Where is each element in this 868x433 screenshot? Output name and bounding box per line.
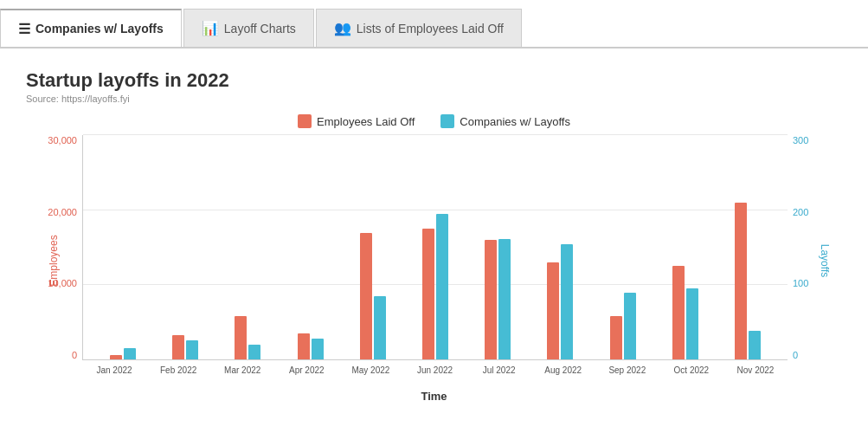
bar-employees-5: [422, 229, 434, 359]
bar-companies-0: [124, 348, 136, 359]
chart-source: Source: https://layoffs.fyi: [26, 94, 842, 104]
bar-employees-0: [110, 355, 122, 359]
bar-companies-5: [436, 214, 448, 359]
bar-employees-8: [610, 316, 622, 359]
y-left-3: 30,000: [48, 135, 77, 145]
y-left-0: 0: [72, 350, 77, 360]
y-right-3: 300: [793, 135, 808, 145]
legend-employees: Employees Laid Off: [298, 114, 415, 128]
bar-companies-4: [374, 296, 386, 359]
tab-charts-label: Layoff Charts: [224, 22, 296, 36]
legend-employees-label: Employees Laid Off: [317, 115, 415, 128]
table-icon: ☰: [18, 21, 30, 37]
y-left-2: 20,000: [48, 207, 77, 217]
tab-charts[interactable]: 📊 Layoff Charts: [183, 9, 314, 47]
tab-companies[interactable]: ☰ Companies w/ Layoffs: [0, 9, 182, 47]
x-label-6: Jul 2022: [467, 362, 531, 386]
x-labels: Jan 2022Feb 2022Mar 2022Apr 2022May 2022…: [82, 362, 788, 386]
y-right-0: 0: [793, 350, 798, 360]
month-group-4: [342, 233, 404, 359]
app-container: ☰ Companies w/ Layoffs 📊 Layoff Charts 👥…: [0, 0, 868, 433]
chart-inner: [82, 135, 788, 360]
tab-list-label: Lists of Employees Laid Off: [357, 22, 504, 36]
bar-companies-10: [749, 331, 761, 359]
y-right-2: 200: [793, 207, 808, 217]
month-group-2: [216, 316, 279, 359]
bar-employees-3: [298, 333, 310, 359]
chart-legend: Employees Laid Off Companies w/ Layoffs: [26, 114, 842, 128]
y-left-1: 10,000: [48, 278, 77, 288]
x-label-1: Feb 2022: [146, 362, 210, 386]
bar-employees-4: [360, 233, 372, 359]
x-label-3: Apr 2022: [274, 362, 338, 386]
bar-companies-3: [312, 339, 324, 359]
y-axis-left: 0 10,000 20,000 30,000: [35, 135, 82, 360]
bar-employees-6: [485, 240, 497, 359]
main-content: Startup layoffs in 2022 Source: https://…: [0, 48, 868, 433]
bar-employees-7: [547, 262, 559, 359]
month-group-5: [404, 214, 466, 359]
month-group-10: [717, 203, 779, 359]
x-label-4: May 2022: [338, 362, 402, 386]
legend-employees-box: [298, 114, 312, 128]
bar-employees-1: [172, 335, 184, 359]
people-icon: 👥: [334, 20, 351, 36]
y-axis-right-title: Layoffs: [819, 244, 831, 277]
chart-wrapper: Employees 0 10,000 20,000 30,000 0 100 2…: [35, 135, 831, 386]
x-label-10: Nov 2022: [723, 362, 788, 386]
bar-companies-9: [686, 288, 698, 359]
bar-companies-6: [498, 239, 511, 359]
chart-title: Startup layoffs in 2022: [26, 69, 842, 92]
month-group-6: [466, 239, 529, 359]
x-label-0: Jan 2022: [82, 362, 146, 386]
x-label-9: Oct 2022: [659, 362, 723, 386]
chart-area: Employees 0 10,000 20,000 30,000 0 100 2…: [26, 135, 842, 430]
bar-companies-7: [561, 244, 573, 359]
legend-companies: Companies w/ Layoffs: [440, 114, 570, 128]
month-group-9: [654, 266, 717, 359]
legend-companies-box: [440, 114, 454, 128]
month-group-1: [154, 335, 216, 359]
y-right-1: 100: [793, 278, 808, 288]
month-group-3: [280, 333, 342, 359]
month-group-0: [92, 348, 154, 359]
bar-companies-8: [624, 293, 636, 359]
x-label-5: Jun 2022: [402, 362, 466, 386]
chart-icon: 📊: [202, 20, 219, 36]
legend-companies-label: Companies w/ Layoffs: [460, 115, 570, 128]
bar-employees-10: [735, 203, 747, 359]
bar-employees-2: [235, 316, 247, 359]
month-group-7: [529, 244, 591, 359]
x-label-8: Sep 2022: [595, 362, 659, 386]
x-label-7: Aug 2022: [531, 362, 595, 386]
bar-companies-2: [248, 345, 260, 359]
x-axis-title: Time: [26, 390, 842, 403]
month-group-8: [592, 293, 654, 359]
bar-employees-9: [672, 266, 685, 359]
bar-companies-1: [186, 340, 198, 359]
tab-companies-label: Companies w/ Layoffs: [35, 22, 164, 36]
tab-bar: ☰ Companies w/ Layoffs 📊 Layoff Charts 👥…: [0, 0, 868, 48]
tab-list[interactable]: 👥 Lists of Employees Laid Off: [316, 9, 522, 47]
bars-container: [83, 135, 788, 359]
x-label-2: Mar 2022: [210, 362, 274, 386]
